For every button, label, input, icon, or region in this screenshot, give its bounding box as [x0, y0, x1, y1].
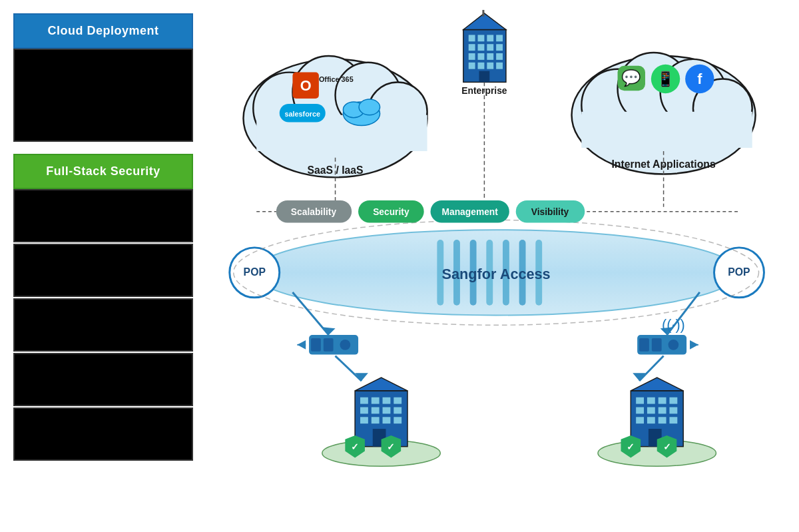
svg-rect-62	[652, 338, 662, 352]
svg-rect-76	[383, 398, 391, 404]
svg-point-89	[598, 440, 716, 466]
svg-rect-54	[309, 335, 358, 355]
svg-point-3	[336, 63, 401, 129]
svg-marker-68	[355, 373, 368, 381]
svg-marker-73	[355, 378, 407, 391]
svg-point-10	[693, 79, 752, 138]
svg-rect-16	[487, 35, 493, 41]
svg-rect-95	[669, 398, 677, 404]
svg-rect-74	[360, 398, 368, 404]
svg-text:Visibility: Visibility	[531, 207, 569, 217]
svg-rect-12	[463, 30, 506, 83]
svg-point-113	[343, 102, 364, 118]
svg-rect-24	[487, 53, 493, 60]
svg-rect-23	[478, 53, 485, 60]
svg-text:Internet Applications: Internet Applications	[611, 158, 715, 170]
svg-rect-15	[478, 35, 485, 41]
svg-rect-98	[659, 407, 666, 414]
svg-rect-42	[519, 240, 526, 306]
svg-point-112	[343, 102, 380, 125]
svg-marker-70	[633, 373, 646, 381]
svg-rect-85	[394, 417, 401, 423]
svg-rect-93	[647, 398, 655, 404]
svg-rect-82	[360, 417, 368, 423]
svg-rect-11	[581, 112, 752, 148]
svg-marker-91	[631, 378, 683, 391]
svg-text:POP: POP	[728, 266, 750, 278]
svg-rect-96	[636, 407, 644, 414]
svg-rect-129	[516, 200, 585, 223]
svg-rect-26	[469, 63, 475, 69]
sidebar-header-cloud: Cloud Deployment	[13, 13, 193, 49]
svg-rect-110	[280, 104, 326, 123]
svg-point-114	[359, 99, 380, 115]
svg-rect-43	[535, 240, 542, 306]
svg-text:Management: Management	[442, 207, 499, 217]
svg-rect-17	[496, 35, 503, 41]
svg-rect-125	[358, 200, 424, 223]
svg-text:Sangfor Access: Sangfor Access	[442, 266, 551, 282]
svg-marker-53	[661, 327, 674, 335]
svg-point-47	[714, 248, 764, 298]
svg-rect-84	[383, 417, 391, 423]
svg-text:📱: 📱	[657, 70, 675, 88]
svg-text:✓: ✓	[663, 442, 671, 452]
svg-rect-40	[486, 240, 493, 306]
svg-text:O: O	[300, 77, 312, 94]
sidebar-black-box-3	[13, 244, 193, 297]
svg-text:salesforce: salesforce	[284, 110, 320, 118]
svg-rect-21	[496, 44, 503, 51]
svg-rect-99	[669, 407, 677, 414]
svg-rect-92	[636, 398, 644, 404]
svg-line-52	[667, 292, 700, 335]
svg-point-71	[322, 440, 440, 466]
svg-rect-101	[647, 417, 655, 423]
svg-rect-123	[276, 200, 352, 223]
svg-text:✓: ✓	[627, 442, 635, 452]
svg-line-50	[292, 292, 328, 335]
svg-rect-28	[487, 63, 493, 69]
svg-rect-14	[469, 35, 475, 41]
svg-marker-13	[463, 13, 506, 30]
svg-rect-31	[482, 10, 484, 17]
svg-point-49	[234, 220, 759, 325]
svg-line-69	[639, 356, 663, 381]
svg-rect-127	[431, 200, 509, 223]
svg-rect-103	[669, 417, 677, 423]
svg-rect-37	[437, 240, 443, 306]
svg-rect-94	[659, 398, 666, 404]
svg-rect-25	[496, 53, 503, 60]
svg-rect-107	[292, 73, 318, 99]
svg-point-118	[651, 65, 680, 93]
main-diagram: Enterprise Sangfor Access POP	[213, 7, 792, 525]
svg-text:Enterprise: Enterprise	[461, 86, 507, 96]
svg-rect-104	[649, 429, 662, 447]
svg-point-36	[253, 230, 739, 315]
svg-rect-83	[372, 417, 380, 423]
svg-text:Scalability: Scalability	[291, 207, 337, 217]
svg-text:POP: POP	[244, 266, 266, 278]
svg-rect-102	[659, 417, 666, 423]
svg-rect-38	[453, 240, 460, 306]
svg-text:✓: ✓	[351, 442, 359, 452]
building-left: ✓ ✓	[322, 378, 440, 466]
svg-text:SaaS / IaaS: SaaS / IaaS	[307, 164, 363, 176]
svg-point-120	[685, 65, 714, 93]
svg-point-45	[230, 248, 280, 298]
svg-rect-78	[360, 407, 368, 414]
svg-rect-75	[372, 398, 380, 404]
sidebar-black-box-4	[13, 298, 193, 352]
svg-rect-56	[324, 338, 334, 352]
router-right: ((·))	[637, 316, 698, 354]
svg-rect-79	[372, 407, 380, 414]
svg-marker-64	[690, 340, 698, 350]
svg-marker-51	[322, 327, 336, 335]
svg-rect-116	[618, 66, 645, 91]
svg-marker-58	[297, 340, 306, 350]
svg-rect-60	[637, 335, 686, 355]
sidebar-black-box-2	[13, 189, 193, 242]
svg-rect-72	[355, 391, 407, 447]
svg-text:((·)): ((·))	[662, 316, 685, 333]
svg-rect-80	[383, 407, 391, 414]
svg-rect-81	[394, 407, 401, 414]
